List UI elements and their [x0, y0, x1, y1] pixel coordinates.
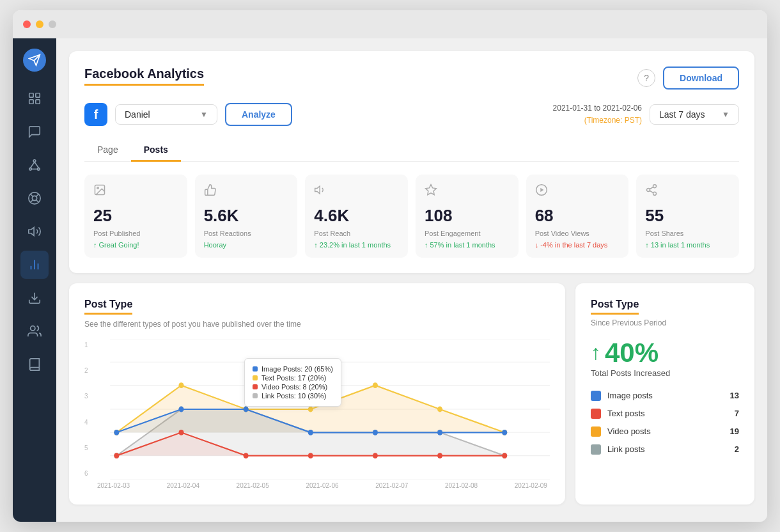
stats-grid: 25 Post Published ↑ Great Going! 5.6K	[84, 175, 739, 258]
x-label-6: 2021-02-09	[515, 482, 547, 489]
grid-icon	[27, 91, 42, 106]
svg-marker-29	[540, 188, 543, 192]
sidebar-item-download[interactable]	[20, 284, 49, 312]
svg-point-70	[308, 453, 313, 458]
post-type-video: Video posts 19	[591, 426, 739, 437]
minimize-button[interactable]	[36, 20, 43, 28]
svg-line-16	[36, 194, 39, 197]
sidebar-item-people[interactable]	[20, 317, 49, 345]
stat-value-engagement: 108	[425, 206, 510, 226]
toolbar: f Daniel ▼ Analyze 2021-01-31 to 2021-02…	[84, 102, 739, 127]
trend-up-icon-3: ↑	[645, 241, 649, 249]
svg-point-6	[33, 160, 36, 162]
svg-rect-3	[36, 93, 40, 97]
traffic-lights	[23, 20, 56, 28]
svg-point-23	[31, 326, 35, 331]
svg-rect-2	[29, 93, 33, 97]
account-select[interactable]: Daniel ▼	[115, 104, 217, 125]
svg-point-72	[437, 453, 442, 458]
megaphone-small-icon	[314, 184, 399, 199]
chat-icon	[27, 125, 42, 139]
svg-line-15	[36, 200, 39, 203]
svg-line-34	[650, 187, 653, 189]
chart-title: Post Type	[84, 299, 132, 315]
chart-subtitle: See the different types of post you have…	[84, 320, 550, 329]
stat-label-reactions: Post Reactions	[204, 230, 289, 237]
stat-value-shares: 55	[645, 206, 730, 226]
count-image: 13	[730, 391, 739, 400]
count-text: 7	[735, 409, 739, 418]
image-icon	[93, 184, 178, 199]
star-icon	[425, 184, 510, 199]
x-axis-labels: 2021-02-03 2021-02-04 2021-02-05 2021-02…	[84, 482, 550, 489]
close-button[interactable]	[23, 20, 31, 28]
svg-point-31	[647, 188, 650, 191]
stat-label-shares: Post Shares	[645, 230, 730, 237]
period-select[interactable]: Last 7 days ▼	[650, 104, 739, 125]
download-button[interactable]: Download	[663, 66, 739, 90]
right-panel-title: Post Type	[591, 299, 639, 315]
analyze-button[interactable]: Analyze	[225, 103, 292, 126]
sidebar-logo[interactable]	[23, 49, 46, 72]
svg-point-32	[653, 192, 657, 195]
stat-label-engagement: Post Engagement	[425, 230, 510, 237]
svg-point-64	[437, 430, 442, 435]
analytics-card: Facebook Analytics ? Download f Daniel ▼…	[69, 51, 754, 273]
stat-trend-shares: ↑ 13 in last 1 months	[645, 241, 730, 249]
card-actions: ? Download	[637, 66, 739, 90]
help-button[interactable]: ?	[637, 69, 655, 87]
maximize-button[interactable]	[49, 20, 56, 28]
x-label-5: 2021-02-08	[445, 482, 478, 489]
svg-point-52	[178, 382, 183, 388]
svg-marker-27	[426, 185, 437, 195]
percent-arrow-icon: ↑	[591, 341, 601, 364]
tab-posts[interactable]: Posts	[131, 139, 181, 162]
period-selected: Last 7 days	[659, 109, 705, 120]
sidebar-item-support[interactable]	[20, 184, 49, 212]
post-type-image: Image posts 13	[591, 391, 739, 401]
app-window: Facebook Analytics ? Download f Daniel ▼…	[13, 10, 767, 522]
count-video: 19	[730, 426, 739, 436]
sidebar-item-chat[interactable]	[20, 118, 49, 146]
network-icon	[27, 158, 42, 172]
stat-trend-engagement: ↑ 57% in last 1 months	[425, 241, 510, 249]
send-icon	[28, 54, 41, 66]
svg-point-56	[437, 406, 442, 412]
stat-label-published: Post Published	[93, 230, 178, 237]
sidebar-item-network[interactable]	[20, 151, 49, 179]
post-type-text: Text posts 7	[591, 409, 739, 419]
app-body: Facebook Analytics ? Download f Daniel ▼…	[13, 38, 767, 522]
svg-point-59	[114, 430, 119, 435]
stat-post-video-views: 68 Post Video Views ↓ -4% in the last 7 …	[526, 175, 629, 258]
date-range-text: 2021-01-31 to 2021-02-06	[553, 102, 642, 114]
analytics-icon	[27, 258, 42, 272]
label-video: Video posts	[607, 426, 724, 436]
tab-page[interactable]: Page	[84, 139, 131, 162]
label-link: Link posts	[607, 444, 728, 454]
sidebar-item-megaphone[interactable]	[20, 217, 49, 246]
dot-video	[591, 426, 601, 437]
sidebar-item-dashboard[interactable]	[20, 84, 49, 113]
sidebar-item-analytics[interactable]	[20, 251, 49, 279]
card-title: Facebook Analytics	[84, 66, 204, 86]
stat-value-video-views: 68	[535, 206, 620, 226]
x-label-2: 2021-02-05	[237, 482, 269, 489]
svg-point-69	[244, 453, 249, 458]
svg-line-10	[35, 162, 38, 168]
x-label-4: 2021-02-07	[375, 482, 408, 489]
thumbs-up-icon	[204, 184, 289, 199]
download-sidebar-icon	[27, 291, 42, 305]
label-image: Image posts	[607, 391, 724, 400]
total-posts-label: Total Posts Increased	[591, 368, 739, 378]
people-icon	[27, 324, 42, 338]
library-icon	[27, 357, 42, 372]
stat-value-reactions: 5.6K	[204, 206, 289, 226]
since-label: Since Previous Period	[591, 318, 739, 327]
stat-label-video-views: Post Video Views	[535, 230, 620, 237]
svg-rect-4	[29, 100, 33, 104]
dot-image	[591, 391, 601, 401]
stat-trend-published: ↑ Great Going!	[93, 241, 178, 249]
sidebar-item-library[interactable]	[20, 350, 49, 379]
chevron-down-icon: ▼	[200, 110, 208, 119]
svg-point-62	[308, 430, 313, 435]
